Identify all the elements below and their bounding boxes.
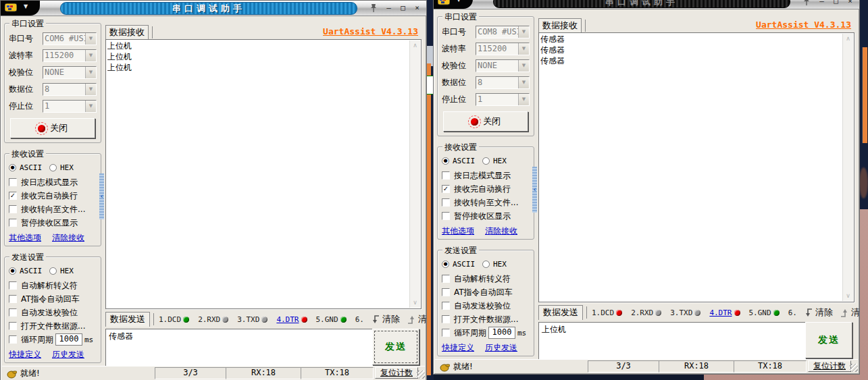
combo-arrow-icon[interactable]: ▼	[85, 33, 96, 45]
recv-hex-radio[interactable]	[482, 157, 490, 165]
recv-option-row[interactable]: ✓ 接收完自动换行	[442, 182, 511, 196]
recv-option-row[interactable]: 接收转向至文件...	[442, 196, 518, 209]
clear-send-button[interactable]: 清除	[840, 306, 860, 319]
send-option-row[interactable]: 自动解析转义符	[442, 272, 511, 286]
close-button[interactable]: ×	[844, 0, 856, 6]
redirect-file-checkbox[interactable]	[9, 205, 17, 213]
stopbits-select[interactable]: 1▼	[43, 100, 97, 113]
send-input-area[interactable]: 传感器	[105, 329, 374, 367]
close-port-button[interactable]: 关闭	[10, 118, 95, 138]
scroll-down-icon[interactable]: ∨	[410, 298, 420, 308]
port-select[interactable]: COM8 #USI▼	[476, 26, 530, 38]
at-cr-checkbox[interactable]	[442, 288, 450, 296]
window-menu-arrow-icon[interactable]: ▼	[24, 3, 28, 9]
combo-arrow-icon[interactable]: ▼	[518, 43, 529, 55]
send-ascii-radio[interactable]: ●	[9, 267, 16, 275]
send-ascii-radio[interactable]: ●	[442, 261, 449, 268]
close-button[interactable]: ×	[411, 3, 423, 13]
app-icon[interactable]	[438, 0, 450, 5]
escape-parse-checkbox[interactable]	[9, 281, 17, 290]
history-send-link[interactable]: 历史发送	[52, 349, 84, 360]
auto-newline-checkbox[interactable]: ✓	[442, 185, 450, 193]
databits-select[interactable]: 8▼	[476, 76, 530, 89]
log-mode-checkbox[interactable]	[9, 178, 17, 186]
titlebar[interactable]: ▼ 串口调试助手 — □ ×	[1, 1, 426, 16]
combo-arrow-icon[interactable]: ▼	[85, 67, 96, 78]
pin-icon[interactable]	[801, 0, 812, 7]
uartassist-version-link[interactable]: UartAssist V4.3.13	[756, 20, 851, 30]
send-button[interactable]: 发送	[372, 329, 419, 365]
send-option-row[interactable]: 自动发送校验位	[442, 299, 511, 313]
shortcut-define-link[interactable]: 快捷定义	[442, 342, 474, 354]
reset-counter-button[interactable]: 复位计数	[808, 360, 851, 372]
databits-select[interactable]: 8▼	[43, 83, 97, 96]
send-option-row[interactable]: 自动解析转义符	[9, 279, 78, 292]
log-mode-checkbox[interactable]	[442, 171, 450, 180]
maximize-button[interactable]: □	[397, 3, 409, 13]
recv-hex-radio[interactable]	[49, 164, 57, 171]
tab-data-receive[interactable]: 数据接收	[538, 18, 582, 33]
history-send-link[interactable]: 历史发送	[485, 342, 517, 354]
pause-display-checkbox[interactable]	[9, 219, 17, 227]
clear-receive-link[interactable]: 清除接收	[485, 225, 517, 237]
scroll-up-icon[interactable]: ∧	[843, 34, 853, 44]
auto-checksum-checkbox[interactable]	[9, 308, 17, 317]
clear-receive-link[interactable]: 清除接收	[52, 232, 84, 244]
close-port-button[interactable]: 关闭	[443, 111, 528, 132]
combo-arrow-icon[interactable]: ▼	[85, 50, 96, 61]
maximize-button[interactable]: □	[830, 0, 842, 6]
send-option-row[interactable]: 打开文件数据源...	[442, 313, 518, 326]
recv-option-row[interactable]: ✓ 接收完自动换行	[9, 189, 78, 202]
send-option-row[interactable]: AT指令自动回车	[442, 286, 513, 299]
file-source-checkbox[interactable]	[442, 315, 450, 323]
resize-grip[interactable]	[850, 364, 858, 372]
receive-display-area[interactable]: 传感器 传感器 传感器 ∧ ∨	[538, 32, 854, 302]
parity-select[interactable]: NONE▼	[476, 59, 530, 72]
send-hex-radio[interactable]	[49, 267, 57, 275]
at-cr-checkbox[interactable]	[9, 295, 17, 303]
receive-scrollbar[interactable]: ∧ ∨	[409, 40, 420, 308]
recv-option-row[interactable]: 按日志模式显示	[442, 169, 511, 182]
clear-receive-button[interactable]: 清除	[371, 313, 400, 325]
more-options-link[interactable]: 其他选项	[442, 225, 474, 237]
combo-arrow-icon[interactable]: ▼	[85, 84, 96, 95]
panel-collapse-handle[interactable]: ‹	[532, 167, 537, 213]
recv-ascii-radio[interactable]: ●	[442, 157, 449, 165]
resize-grip[interactable]	[417, 371, 425, 379]
titlebar[interactable]: ▼ 串口调试助手 — □ ×	[434, 0, 859, 9]
auto-newline-checkbox[interactable]: ✓	[9, 192, 17, 200]
send-option-row[interactable]: 自动发送校验位	[9, 306, 78, 319]
send-input-area[interactable]: 上位机	[538, 322, 807, 360]
file-source-checkbox[interactable]	[9, 322, 17, 330]
receive-display-area[interactable]: 上位机 上位机 上位机 ∧ ∨	[105, 39, 422, 309]
tab-data-send[interactable]: 数据发送	[105, 312, 150, 327]
clear-send-button[interactable]: 清除	[407, 313, 427, 325]
baud-select[interactable]: 115200▼	[476, 43, 530, 55]
uartassist-version-link[interactable]: UartAssist V4.3.13	[323, 26, 418, 36]
combo-arrow-icon[interactable]: ▼	[85, 101, 96, 112]
redirect-file-checkbox[interactable]	[442, 198, 450, 207]
pin-icon[interactable]	[368, 3, 379, 13]
clear-receive-button[interactable]: 清除	[804, 306, 833, 319]
combo-arrow-icon[interactable]: ▼	[518, 77, 529, 88]
reset-counter-button[interactable]: 复位计数	[375, 367, 418, 379]
cycle-period-input[interactable]: 1000	[488, 327, 515, 339]
send-option-row[interactable]: 打开文件数据源...	[9, 319, 85, 333]
send-button[interactable]: 发送	[805, 322, 852, 358]
recv-option-row[interactable]: 接收转向至文件...	[9, 202, 85, 216]
shortcut-define-link[interactable]: 快捷定义	[9, 349, 41, 360]
send-option-row[interactable]: AT指令自动回车	[9, 292, 80, 306]
cycle-checkbox[interactable]	[9, 335, 17, 344]
minimize-button[interactable]: —	[816, 0, 827, 6]
scroll-down-icon[interactable]: ∨	[843, 291, 853, 301]
window-menu-arrow-icon[interactable]: ▼	[457, 0, 461, 3]
combo-arrow-icon[interactable]: ▼	[518, 60, 529, 72]
combo-arrow-icon[interactable]: ▼	[518, 26, 529, 38]
recv-option-row[interactable]: 按日志模式显示	[9, 175, 78, 189]
cycle-period-input[interactable]: 1000	[55, 333, 82, 346]
baud-select[interactable]: 115200▼	[43, 49, 97, 62]
panel-collapse-handle[interactable]: ‹	[99, 173, 104, 219]
indicator-dtr[interactable]: 4.DTR	[709, 308, 740, 317]
pause-display-checkbox[interactable]	[442, 212, 450, 220]
recv-ascii-radio[interactable]: ●	[9, 164, 16, 171]
